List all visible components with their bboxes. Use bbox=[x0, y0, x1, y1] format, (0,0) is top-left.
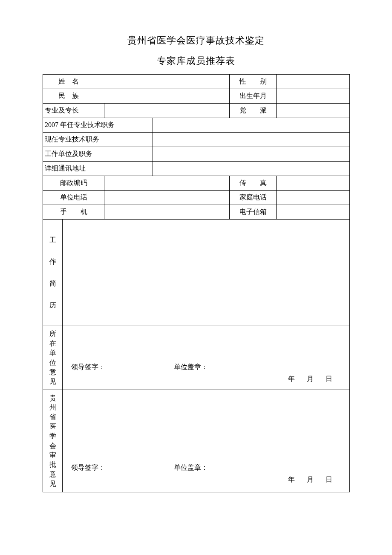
field-specialty[interactable] bbox=[104, 104, 230, 118]
page-subtitle: 专家库成员推荐表 bbox=[43, 55, 349, 67]
label-mobile: 手 机 bbox=[43, 205, 104, 220]
label-unitphone: 单位电话 bbox=[43, 191, 104, 205]
label-fax: 传 真 bbox=[230, 176, 277, 191]
field-ethnicity[interactable] bbox=[94, 89, 230, 104]
field-gender[interactable] bbox=[277, 75, 350, 89]
label-unit-opinion: 所 在 单 位 意 见 bbox=[43, 326, 63, 390]
label-address: 详细通讯地址 bbox=[43, 162, 153, 176]
field-unitphone[interactable] bbox=[104, 191, 230, 205]
label-leader-sign-1: 领导签字： bbox=[71, 363, 174, 372]
field-workunit[interactable] bbox=[153, 147, 350, 162]
label-posnow: 现任专业技术职务 bbox=[43, 133, 153, 147]
field-name[interactable] bbox=[94, 75, 230, 89]
label-homephone: 家庭电话 bbox=[230, 191, 277, 205]
label-postcode: 邮政编码 bbox=[43, 176, 104, 191]
page-title: 贵州省医学会医疗事故技术鉴定 bbox=[43, 34, 349, 47]
recommendation-form-table: 姓 名 性 别 民 族 出生年月 专业及专长 党 派 2007 年任专业技术职务… bbox=[43, 74, 350, 492]
label-resume: 工 作 简 历 bbox=[43, 220, 63, 326]
field-email[interactable] bbox=[277, 205, 350, 220]
field-posnow[interactable] bbox=[153, 133, 350, 147]
field-party[interactable] bbox=[277, 104, 350, 118]
field-homephone[interactable] bbox=[277, 191, 350, 205]
field-postcode[interactable] bbox=[104, 176, 230, 191]
label-month-2: 月 bbox=[307, 475, 314, 484]
label-birth: 出生年月 bbox=[230, 89, 277, 104]
field-birth[interactable] bbox=[277, 89, 350, 104]
label-unit-seal-2: 单位盖章： bbox=[174, 463, 255, 472]
field-fax[interactable] bbox=[277, 176, 350, 191]
label-email: 电子信箱 bbox=[230, 205, 277, 220]
field-unit-opinion[interactable]: 领导签字： 单位盖章： 年 月 日 bbox=[63, 326, 350, 390]
label-name: 姓 名 bbox=[43, 75, 94, 89]
field-mobile[interactable] bbox=[104, 205, 230, 220]
label-ethnicity: 民 族 bbox=[43, 89, 94, 104]
label-day-2: 日 bbox=[326, 475, 332, 484]
label-party: 党 派 bbox=[230, 104, 277, 118]
field-address[interactable] bbox=[153, 162, 350, 176]
label-gender: 性 别 bbox=[230, 75, 277, 89]
label-workunit: 工作单位及职务 bbox=[43, 147, 153, 162]
label-pos2007: 2007 年任专业技术职务 bbox=[43, 118, 153, 133]
label-year-2: 年 bbox=[288, 475, 295, 484]
field-resume[interactable] bbox=[63, 220, 350, 326]
label-assoc-opinion: 贵 州 省 医 学 会 审 批 意 见 bbox=[43, 390, 63, 492]
label-month-1: 月 bbox=[307, 375, 314, 384]
label-year-1: 年 bbox=[288, 375, 295, 384]
label-day-1: 日 bbox=[326, 375, 332, 384]
label-specialty: 专业及专长 bbox=[43, 104, 104, 118]
label-leader-sign-2: 领导签字： bbox=[71, 463, 174, 472]
label-unit-seal-1: 单位盖章： bbox=[174, 363, 255, 372]
field-pos2007[interactable] bbox=[153, 118, 350, 133]
field-assoc-opinion[interactable]: 领导签字： 单位盖章： 年 月 日 bbox=[63, 390, 350, 492]
